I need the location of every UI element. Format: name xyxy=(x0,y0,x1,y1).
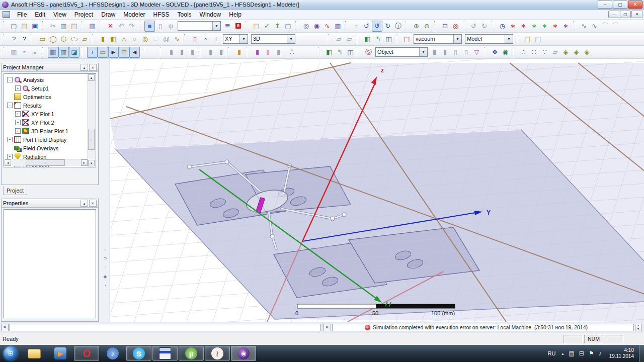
mdi-restore-button[interactable]: ▢ xyxy=(620,11,631,18)
tree-xy-plot-2[interactable]: +XY Plot 2 xyxy=(5,118,96,127)
tree-results[interactable]: -Results xyxy=(5,101,96,110)
orient-info-button[interactable]: ⓘ xyxy=(393,21,404,32)
expand-icon[interactable]: + xyxy=(15,128,21,134)
tree-setup1[interactable]: +Setup1 xyxy=(5,84,96,93)
taskbar-dna-app[interactable]: ≀ xyxy=(205,346,230,361)
scroll-right-arrow[interactable]: ▸ xyxy=(81,159,88,166)
draw-point-button[interactable]: ∘ xyxy=(200,34,211,45)
abort-analysis-button[interactable]: ∗ xyxy=(518,21,529,32)
tray-update-icon[interactable]: ▤ xyxy=(569,350,575,357)
collapse-icon[interactable]: - xyxy=(7,77,13,82)
selection-combo[interactable]: ▾ xyxy=(178,21,221,31)
boundary-display-button[interactable]: ❖ xyxy=(490,47,500,58)
plane-combo[interactable]: XY▾ xyxy=(223,34,248,44)
pick-arrow-button[interactable]: ◄ xyxy=(129,47,140,58)
cs-tree-1-button[interactable]: ∴ xyxy=(518,47,529,58)
hidden-dock-icon-3[interactable]: ∙ xyxy=(105,265,106,270)
chevron-down-icon[interactable]: ▾ xyxy=(453,35,461,43)
curve-fit-2-button[interactable]: ∿ xyxy=(589,21,600,32)
menu-tools[interactable]: Tools xyxy=(174,10,196,19)
menu-window[interactable]: Window xyxy=(196,10,225,19)
select-rect-button[interactable]: ▭ xyxy=(98,47,108,58)
chevron-down-icon[interactable]: ▾ xyxy=(505,35,513,43)
list-button[interactable]: ≣ xyxy=(222,21,233,32)
draw-cone-button[interactable]: △ xyxy=(119,34,129,45)
draw-box-button[interactable]: ▱ xyxy=(79,34,90,45)
draw-circle-button[interactable]: ◯ xyxy=(48,34,58,45)
start-button[interactable]: ⊞ xyxy=(1,346,21,361)
mirror-move-button[interactable]: ◫ xyxy=(345,47,356,58)
minimize-button[interactable]: – xyxy=(598,1,612,9)
panel-close-button[interactable]: ✕ xyxy=(89,64,97,71)
draw-plane-button[interactable]: ⊥ xyxy=(211,34,221,45)
zoom-out-button[interactable]: ⊖ xyxy=(422,21,432,32)
solve-sweep-button[interactable]: ∗ xyxy=(539,21,550,32)
draw-polygon-button[interactable]: ⬡ xyxy=(58,34,69,45)
draw-sweep-button[interactable]: ∿ xyxy=(172,34,182,45)
scroll-up-arrow[interactable]: ▴ xyxy=(88,74,95,81)
validation-check-button[interactable]: ◷ xyxy=(497,21,508,32)
show-desktop-button[interactable] xyxy=(639,345,644,362)
panel-collapse-button[interactable]: ▴ xyxy=(80,200,88,207)
layers-button[interactable]: ▤ xyxy=(401,34,412,45)
taskbar-volume-app[interactable]: ♪ xyxy=(100,346,125,361)
tree-analysis[interactable]: -Analysis xyxy=(5,75,96,84)
solve-setup-button[interactable]: ∗ xyxy=(529,21,539,32)
menu-view[interactable]: View xyxy=(49,10,70,19)
duplicate-mirror-button[interactable]: ◫ xyxy=(383,34,394,45)
tree-vscroll-thumb[interactable]: ≡ xyxy=(88,129,95,150)
face-cs-1-button[interactable]: ◈ xyxy=(560,47,571,58)
chevron-down-icon[interactable]: ▾ xyxy=(287,35,295,43)
draw-line-button[interactable]: ▯ xyxy=(190,34,200,45)
tree-port-field-display[interactable]: +Port Field Display xyxy=(5,135,96,144)
pan-button[interactable]: + xyxy=(351,21,361,32)
panel-collapse-button[interactable]: ▴ xyxy=(80,64,88,71)
menu-draw[interactable]: Draw xyxy=(97,10,119,19)
hidden-dock-icon-5[interactable]: ◔ xyxy=(104,284,106,288)
taskbar-media-player[interactable]: ▶ xyxy=(48,346,73,361)
expand-icon[interactable]: + xyxy=(15,120,21,125)
rotate-view-button[interactable]: ↺ xyxy=(372,21,382,32)
snap-point-button[interactable]: ⊡ xyxy=(119,47,129,58)
menu-hfss[interactable]: HFSS xyxy=(149,10,174,19)
cs-tree-3-button[interactable]: ∵ xyxy=(539,47,550,58)
draw-ellipse-button[interactable]: ◯ xyxy=(69,34,79,45)
clock[interactable]: 4:10 19.11.2014 xyxy=(609,347,634,359)
chevron-down-icon[interactable]: ▾ xyxy=(212,22,220,30)
tray-action-center-icon[interactable]: ⚑ xyxy=(589,350,594,357)
panel-close-button[interactable]: ✕ xyxy=(89,200,97,207)
taskbar-hfss[interactable]: ◉ xyxy=(231,346,256,361)
node-graph-button[interactable]: ∴ xyxy=(287,47,297,58)
zoom-in-button[interactable]: ⊕ xyxy=(411,21,422,32)
move-around-axis-button[interactable]: ↰ xyxy=(335,47,345,58)
validate-button[interactable]: ✓ xyxy=(262,21,272,32)
taskbar-utorrent[interactable]: µ xyxy=(179,346,204,361)
open-button[interactable]: ▤ xyxy=(19,21,30,32)
arc-fit-1-button[interactable]: ⌒ xyxy=(600,21,610,32)
magnifier-button[interactable]: ◉ xyxy=(311,21,322,32)
shape-magenta-button[interactable]: ▮ xyxy=(252,47,263,58)
hidden-dock-icon-4[interactable]: ◆ xyxy=(104,275,107,279)
tree-vertical-scrollbar[interactable]: ▴ ▾ ≡ xyxy=(88,74,95,166)
maximize-button[interactable]: ▢ xyxy=(613,1,627,9)
taskbar-opera[interactable]: O xyxy=(74,346,99,361)
ruler-toggle-button[interactable]: ▥ xyxy=(58,47,69,58)
group-sheets-button[interactable]: ▤ xyxy=(522,34,533,45)
grid-toggle-button[interactable]: ▦ xyxy=(48,47,58,58)
snap-move-button[interactable]: + xyxy=(87,47,98,58)
draw-polyhedron-button[interactable]: ◧ xyxy=(108,34,119,45)
print-button[interactable]: ▦ xyxy=(87,21,98,32)
duplicate-along-line-button[interactable]: ◧ xyxy=(362,34,373,45)
close-button[interactable]: ✕ xyxy=(628,1,642,9)
properties-titlebar[interactable]: Properties ▴ ✕ xyxy=(2,199,98,208)
suppress-button[interactable]: Ⓢ xyxy=(363,47,374,58)
tray-expand-icon[interactable]: ▴ xyxy=(562,351,564,356)
tray-network-icon[interactable]: ⊟ xyxy=(579,350,584,357)
tree-optimetrics[interactable]: +Optimetrics xyxy=(5,93,96,101)
draw-rectangle-button[interactable]: ▭ xyxy=(37,34,48,45)
expand-icon[interactable]: + xyxy=(7,137,13,142)
help-context-button[interactable]: ? xyxy=(9,34,19,45)
drawing-mode-combo[interactable]: 3D▾ xyxy=(251,34,295,44)
hidden-dock-icon-2[interactable]: ⊃ xyxy=(103,256,107,261)
mdi-minimize-button[interactable]: – xyxy=(608,11,619,18)
